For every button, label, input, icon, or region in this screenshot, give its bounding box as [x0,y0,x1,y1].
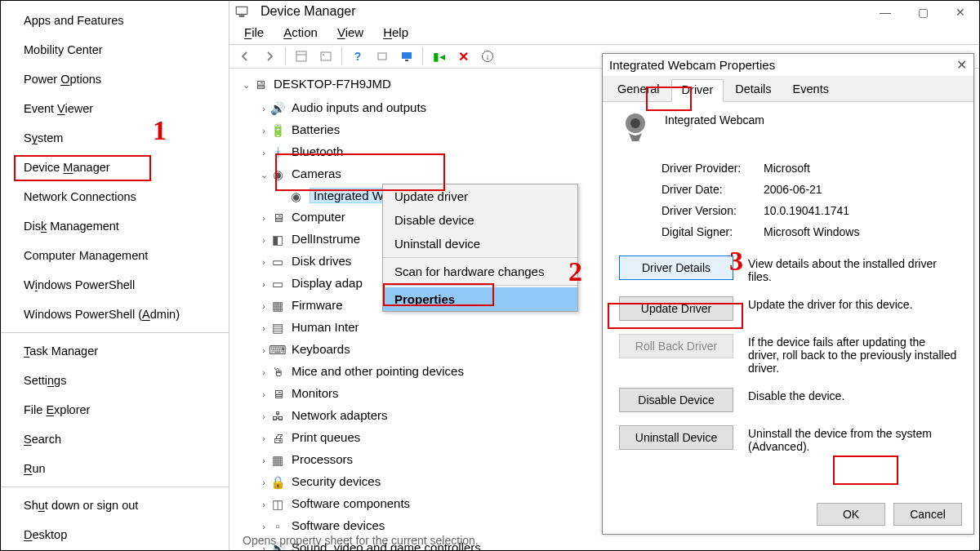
bluetooth-icon: ᚼ [270,145,285,160]
winx-item-power[interactable]: Power Options [1,64,229,94]
network-icon: 🖧 [270,409,285,424]
menu-bar: File Action View Help [229,22,979,44]
uninstall-device-desc: Uninstall the device from the system (Ad… [733,425,957,453]
winx-item-network[interactable]: Network Connections [1,182,229,211]
winx-item-mobility[interactable]: Mobility Center [1,35,229,64]
camera-icon: ◉ [270,167,285,182]
driver-details-desc: View details about the installed driver … [733,256,957,283]
dell-icon: ◧ [270,233,285,247]
winx-item-search[interactable]: Search [1,424,229,454]
root-label: DESKTOP-F7H9JMD [274,77,391,91]
winx-item-computer-mgmt[interactable]: Computer Management [1,241,229,270]
enable-device-button[interactable]: ▮◂ [428,47,449,66]
menu-file[interactable]: File [244,25,264,39]
annotation-1: 1 [153,115,167,146]
winx-item-explorer[interactable]: File Explorer [1,395,229,424]
provider-value: Microsoft [764,162,810,175]
menu-view[interactable]: View [337,25,363,39]
printer-icon: 🖨 [270,431,285,446]
svg-rect-7 [402,52,412,59]
close-icon[interactable]: ✕ [956,57,967,73]
rollback-driver-button: Roll Back Driver [619,334,733,358]
context-menu: Update driver Disable device Uninstall d… [382,184,578,312]
disable-device-button[interactable]: Disable Device [619,388,733,412]
display-icon: ▭ [270,277,285,291]
svg-rect-0 [236,7,247,14]
winx-item-eventviewer[interactable]: Event Viewer [1,94,229,123]
properties-button[interactable] [315,47,336,66]
remove-device-button[interactable]: ✕ [452,47,474,66]
driver-details-button[interactable]: Driver Details [619,256,733,280]
webcam-icon: ◉ [288,189,303,204]
winx-item-taskmanager[interactable]: Task Manager [1,336,229,366]
firmware-icon: ▦ [270,299,285,313]
hid-icon: ▤ [270,321,285,335]
update-driver-button[interactable]: ↓ [477,47,498,66]
tab-general[interactable]: General [608,79,670,101]
mouse-icon: 🖱 [270,365,285,380]
version-label: Driver Version: [662,204,764,217]
winx-menu: Apps and Features Mobility Center Power … [1,1,229,550]
rollback-driver-desc: If the device fails after updating the d… [733,334,957,375]
provider-label: Driver Provider: [662,162,764,175]
winx-item-run[interactable]: Run [1,454,229,483]
winx-label: Mobility Center [24,43,103,56]
uninstall-device-button[interactable]: Uninstall Device [619,425,733,450]
winx-item-apps[interactable]: Apps and Features [1,6,229,35]
winx-item-device-manager[interactable]: Device Manager [1,153,229,182]
device-manager-icon [234,4,249,19]
help-button[interactable]: ? [347,47,368,66]
ctx-scan-hardware[interactable]: Scan for hardware changes [383,260,577,283]
close-button[interactable]: ✕ [942,1,979,24]
device-name-label: Integrated Webcam [665,110,764,127]
svg-point-10 [630,118,640,128]
tab-driver[interactable]: Driver [671,79,724,102]
tab-details[interactable]: Details [725,79,781,101]
tab-bar: General Driver Details Events [603,76,973,102]
nav-forward-button[interactable] [259,47,280,66]
cancel-button[interactable]: Cancel [893,503,962,526]
signer-label: Digital Signer: [662,225,764,238]
winx-item-powershell-admin[interactable]: Windows PowerShell (Admin) [1,300,229,329]
winx-item-settings[interactable]: Settings [1,366,229,395]
security-icon: 🔒 [270,475,285,490]
scan-hardware-button[interactable] [372,47,393,66]
winx-label: Network Connections [24,190,136,203]
svg-rect-1 [239,16,245,17]
svg-point-5 [323,54,324,56]
ctx-update-driver[interactable]: Update driver [383,184,577,208]
webcam-large-icon [619,110,652,143]
update-driver-button[interactable]: Update Driver [619,296,733,321]
menu-help[interactable]: Help [383,25,408,39]
svg-rect-4 [321,52,331,60]
winx-item-system[interactable]: System [1,123,229,153]
audio-icon: 🔊 [270,101,285,116]
menu-action[interactable]: Action [283,25,318,39]
winx-label: Apps and Features [24,14,124,27]
nav-back-button[interactable] [234,47,256,66]
date-label: Driver Date: [662,183,764,196]
maximize-button[interactable]: ▢ [904,1,942,24]
svg-rect-6 [378,53,386,60]
minimize-button[interactable]: — [866,1,904,24]
monitor-button[interactable] [396,47,417,66]
computer-icon: 🖥 [252,78,267,92]
tab-events[interactable]: Events [783,79,839,101]
svg-rect-8 [405,60,408,61]
ctx-disable-device[interactable]: Disable device [383,208,577,232]
cpu-icon: ▦ [270,453,285,468]
keyboard-icon: ⌨ [270,343,285,358]
dialog-title: Integrated Webcam Properties [609,58,956,72]
winx-item-desktop[interactable]: Desktop [1,520,229,549]
winx-item-shutdown[interactable]: Shut down or sign out [1,491,229,520]
window-title: Device Manager [261,4,356,19]
winx-item-disk[interactable]: Disk Management [1,211,229,241]
ctx-properties[interactable]: Properties [383,287,577,311]
winx-separator [1,332,229,333]
date-value: 2006-06-21 [764,183,822,196]
winx-item-powershell[interactable]: Windows PowerShell [1,270,229,300]
show-hide-tree-button[interactable] [291,47,312,66]
battery-icon: 🔋 [270,123,285,138]
ctx-uninstall-device[interactable]: Uninstall device [383,232,577,256]
ok-button[interactable]: OK [817,503,885,526]
